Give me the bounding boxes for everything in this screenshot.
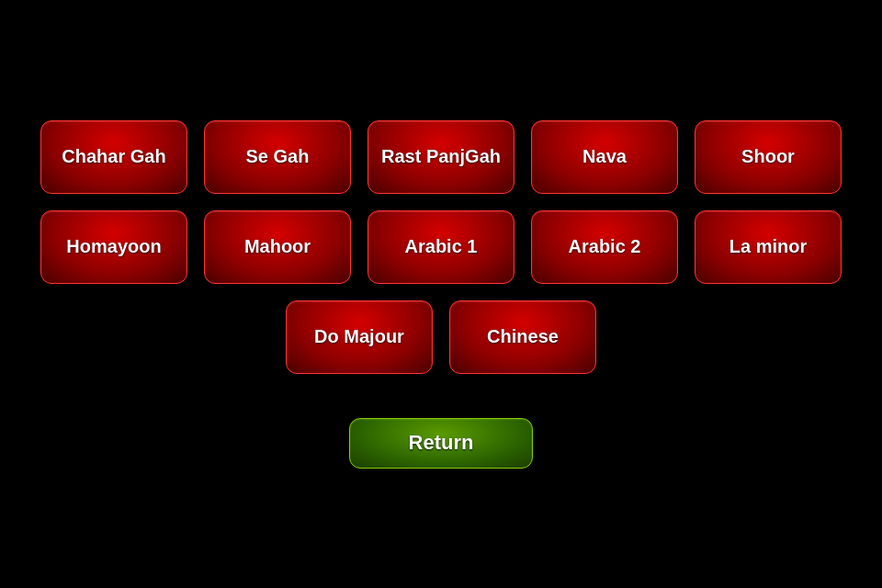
- scale-button-mahoor[interactable]: Mahoor: [204, 210, 351, 284]
- scale-button-se-gah[interactable]: Se Gah: [204, 120, 351, 194]
- scale-button-la-minor[interactable]: La minor: [695, 210, 842, 284]
- scale-button-grid: Chahar GahSe GahRast PanjGahNavaShoorHom…: [40, 120, 842, 469]
- button-row-row2: HomayoonMahoorArabic 1Arabic 2La minor: [40, 210, 842, 284]
- scale-button-chinese[interactable]: Chinese: [449, 300, 596, 374]
- scale-button-do-majour[interactable]: Do Majour: [286, 300, 433, 374]
- scale-button-rast-panjgah[interactable]: Rast PanjGah: [368, 120, 514, 194]
- button-row-row1: Chahar GahSe GahRast PanjGahNavaShoor: [40, 120, 842, 194]
- scale-button-nava[interactable]: Nava: [531, 120, 678, 194]
- return-button[interactable]: Return: [349, 418, 533, 469]
- scale-button-arabic-1[interactable]: Arabic 1: [368, 210, 514, 284]
- scale-button-chahar-gah[interactable]: Chahar Gah: [40, 120, 187, 194]
- scale-button-homayoon[interactable]: Homayoon: [40, 210, 187, 284]
- scale-button-shoor[interactable]: Shoor: [695, 120, 842, 194]
- scale-button-arabic-2[interactable]: Arabic 2: [531, 210, 678, 284]
- button-row-row3: Do MajourChinese: [286, 300, 596, 374]
